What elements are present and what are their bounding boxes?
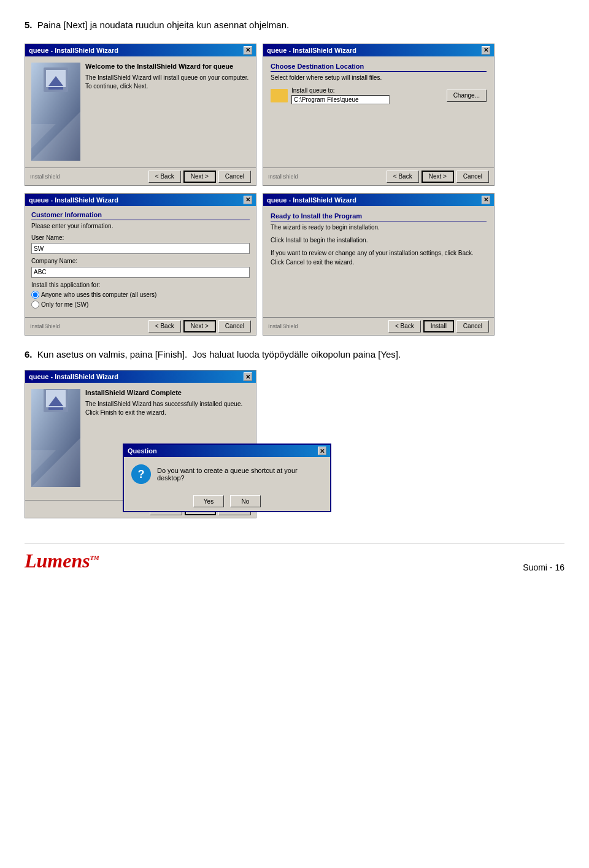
wizard1-window: queue - InstallShield Wizard ✕: [25, 44, 256, 186]
wizard2-titlebar: queue - InstallShield Wizard ✕: [263, 44, 494, 56]
wizard2-cancel-button[interactable]: Cancel: [456, 171, 489, 183]
svg-rect-13: [48, 407, 63, 410]
wizard3-sub-title: Please enter your information.: [31, 223, 250, 229]
wizard3-back-button[interactable]: < Back: [148, 320, 181, 332]
trademark-symbol: TM: [90, 555, 99, 561]
wizard2-install-label: Install queue to:: [291, 87, 390, 94]
wizard2-back-button[interactable]: < Back: [387, 171, 419, 183]
wizard1-next-button[interactable]: Next >: [183, 171, 216, 183]
question-text: Do you want to create a queue shortcut a…: [157, 467, 323, 482]
wizard1-banner-art: [31, 63, 80, 161]
wizard4-back-button[interactable]: < Back: [388, 320, 421, 332]
wizard3-window: queue - InstallShield Wizard ✕ Customer …: [25, 193, 256, 336]
question-body: ? Do you want to create a queue shortcut…: [124, 457, 330, 491]
wizard5-title: queue - InstallShield Wizard: [29, 373, 118, 380]
wizard-row-1: queue - InstallShield Wizard ✕: [25, 44, 564, 186]
wizard3-cancel-button[interactable]: Cancel: [218, 320, 251, 332]
wizard3-radio2-input[interactable]: [31, 301, 39, 309]
wizard1-title: queue - InstallShield Wizard: [29, 47, 118, 54]
wizard3-company-label: Company Name:: [31, 258, 250, 264]
wizard3-body: Customer Information Please enter your i…: [25, 206, 256, 335]
wizard5-body-text: The InstallShield Wizard has successfull…: [85, 400, 250, 417]
wizard1-close-button[interactable]: ✕: [244, 46, 252, 55]
wizard3-installshield: InstallShield: [30, 323, 146, 329]
wizard-row-2: queue - InstallShield Wizard ✕ Customer …: [25, 193, 564, 336]
wizard4-section-title: Ready to Install the Program: [271, 212, 487, 221]
wizard4-cancel-button[interactable]: Cancel: [456, 320, 489, 332]
wizard4-install-button[interactable]: Install: [423, 320, 454, 332]
svg-rect-6: [48, 87, 63, 90]
page-number: Suomi - 16: [523, 563, 564, 572]
wizard2-close-button[interactable]: ✕: [482, 46, 490, 55]
wizard2-title: queue - InstallShield Wizard: [267, 47, 356, 54]
wizard2-section-title: Choose Destination Location: [271, 63, 487, 72]
wizard2-window: queue - InstallShield Wizard ✕ Choose De…: [263, 44, 495, 186]
question-title: Question: [128, 447, 157, 455]
wizard3-close-button[interactable]: ✕: [244, 196, 252, 204]
wizard3-title: queue - InstallShield Wizard: [29, 196, 118, 204]
step5-label: 5.: [25, 20, 33, 30]
wizard3-radio1-input[interactable]: [31, 291, 39, 299]
question-yes-button[interactable]: Yes: [193, 495, 224, 507]
question-dialog: Question ✕ ? Do you want to create a que…: [123, 444, 331, 512]
wizard3-username-group: User Name:: [31, 234, 250, 255]
wizard3-radio2-label: Only for me (SW): [31, 301, 250, 309]
wizard2-install-path: C:\Program Files\queue: [291, 95, 390, 104]
wizard1-main: Welcome to the InstallShield Wizard for …: [85, 63, 250, 161]
wizard1-installshield: InstallShield: [30, 174, 146, 180]
step6-instruction: 6. Kun asetus on valmis, paina [Finish].…: [25, 348, 564, 362]
wizard2-change-button[interactable]: Change...: [447, 90, 487, 102]
wizard3-section-title: Customer Information: [31, 211, 250, 220]
wizard3-titlebar: queue - InstallShield Wizard ✕: [25, 194, 256, 206]
wizard2-body: Choose Destination Location Select folde…: [263, 56, 494, 185]
wizard3-content: Customer Information Please enter your i…: [25, 206, 256, 317]
wizard5-titlebar: queue - InstallShield Wizard ✕: [25, 371, 256, 383]
wizard5-banner-art: [31, 389, 80, 487]
wizard1-body-text: The InstallShield Wizard will install qu…: [85, 74, 250, 91]
step6-label: 6.: [25, 349, 33, 359]
wizard3-radio-group: Install this application for: Anyone who…: [31, 282, 250, 309]
wizard1-content: Welcome to the InstallShield Wizard for …: [25, 56, 256, 167]
wizard1-banner: [31, 63, 80, 161]
wizard2-installshield: InstallShield: [268, 174, 384, 180]
wizard3-next-button[interactable]: Next >: [183, 320, 216, 332]
wizard3-username-label: User Name:: [31, 234, 250, 241]
wizard1-back-button[interactable]: < Back: [148, 171, 181, 183]
wizard3-username-input[interactable]: [31, 243, 250, 254]
wizard3-company-group: Company Name:: [31, 258, 250, 278]
wizard4-title: queue - InstallShield Wizard: [267, 196, 356, 204]
wizard4-footer: InstallShield < Back Install Cancel: [263, 317, 494, 335]
wizard4-body: Ready to Install the Program The wizard …: [263, 206, 494, 335]
wizard4-sub-title: The wizard is ready to begin installatio…: [271, 224, 487, 231]
wizard5-close-button[interactable]: ✕: [244, 372, 252, 381]
wizard2-next-button[interactable]: Next >: [422, 171, 454, 183]
wizard-row-3: queue - InstallShield Wizard ✕: [25, 370, 564, 518]
wizard5-banner: [31, 389, 80, 494]
wizard1-heading: Welcome to the InstallShield Wizard for …: [85, 63, 250, 70]
question-no-button[interactable]: No: [230, 495, 261, 507]
lumens-logo: LumensTM: [25, 550, 99, 572]
wizard1-body: Welcome to the InstallShield Wizard for …: [25, 56, 256, 185]
wizard3-footer: InstallShield < Back Next > Cancel: [25, 317, 256, 335]
question-icon: ?: [131, 464, 151, 484]
wizard4-installshield: InstallShield: [268, 323, 386, 329]
wizard4-close-button[interactable]: ✕: [482, 196, 490, 204]
wizard4-content: Ready to Install the Program The wizard …: [263, 206, 494, 317]
wizard4-body-text: Click Install to begin the installation.: [271, 236, 487, 245]
wizard1-cancel-button[interactable]: Cancel: [218, 171, 251, 183]
question-close-button[interactable]: ✕: [318, 447, 326, 455]
wizard1-titlebar: queue - InstallShield Wizard ✕: [25, 44, 256, 56]
bottom-container: queue - InstallShield Wizard ✕: [25, 370, 491, 518]
wizard3-company-input[interactable]: [31, 267, 250, 278]
wizard4-body-text2: If you want to review or change any of y…: [271, 248, 487, 267]
wizard4-window: queue - InstallShield Wizard ✕ Ready to …: [263, 193, 495, 336]
wizard3-radio1-label: Anyone who uses this computer (all users…: [31, 291, 250, 299]
folder-icon: [271, 89, 288, 102]
wizard2-content: Choose Destination Location Select folde…: [263, 56, 494, 167]
wizard2-sub-title: Select folder where setup will install f…: [271, 74, 487, 81]
question-titlebar: Question ✕: [124, 445, 330, 457]
wizard5-heading: InstallShield Wizard Complete: [85, 389, 250, 396]
step5-instruction: 5. Paina [Next] ja noudata ruudun ohjeit…: [25, 18, 564, 33]
wizard2-folder-row: Install queue to: C:\Program Files\queue…: [271, 87, 487, 104]
wizard3-install-for-label: Install this application for:: [31, 282, 250, 288]
